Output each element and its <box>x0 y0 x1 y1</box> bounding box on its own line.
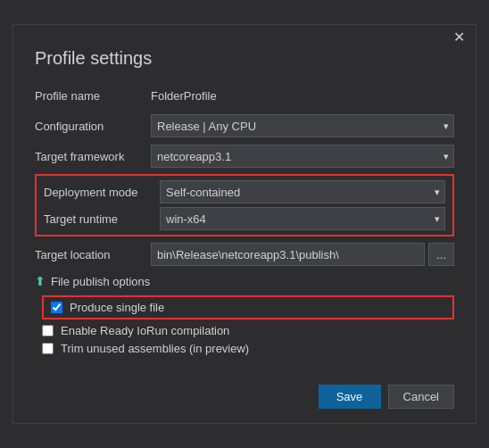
target-framework-row: Target framework netcoreapp3.1 <box>35 144 454 169</box>
save-button[interactable]: Save <box>319 385 381 409</box>
target-runtime-select[interactable]: win-x64 <box>160 207 445 230</box>
close-button[interactable]: ✕ <box>450 30 468 45</box>
enable-ready-label: Enable Ready IoRun compilation <box>61 324 229 337</box>
configuration-row: Configuration Release | Any CPU <box>35 113 454 138</box>
target-runtime-row: Target runtime win-x64 <box>37 206 452 231</box>
target-location-label: Target location <box>35 248 151 261</box>
trim-assemblies-label: Trim unused assemblies (in preview) <box>61 342 249 355</box>
trim-assemblies-checkbox[interactable] <box>42 343 54 354</box>
target-runtime-select-wrapper: win-x64 <box>160 207 445 230</box>
configuration-select-wrapper: Release | Any CPU <box>151 114 454 137</box>
expand-icon: ⬆ <box>35 274 46 288</box>
file-publish-options: Produce single file Enable Ready IoRun c… <box>42 295 454 355</box>
target-framework-label: Target framework <box>35 150 151 163</box>
produce-single-file-label: Produce single file <box>70 301 164 314</box>
file-publish-section-title: File publish options <box>51 275 150 288</box>
target-location-row: Target location ... <box>35 242 454 267</box>
cancel-button[interactable]: Cancel <box>388 385 454 409</box>
deployment-section: Deployment mode Self-contained Target ru… <box>35 174 454 236</box>
dialog-title: Profile settings <box>13 45 476 83</box>
trim-assemblies-row: Trim unused assemblies (in preview) <box>42 342 454 355</box>
enable-ready-row: Enable Ready IoRun compilation <box>42 324 454 337</box>
button-bar: Save Cancel <box>13 374 476 423</box>
title-bar: ✕ <box>13 25 476 45</box>
deployment-mode-label: Deployment mode <box>44 186 160 199</box>
profile-name-value: FolderProfile <box>151 89 217 103</box>
browse-button[interactable]: ... <box>428 243 454 266</box>
target-framework-select-wrapper: netcoreapp3.1 <box>151 145 454 168</box>
target-framework-select[interactable]: netcoreapp3.1 <box>151 145 454 168</box>
produce-single-file-checkbox[interactable] <box>51 302 62 313</box>
configuration-select[interactable]: Release | Any CPU <box>151 114 454 137</box>
configuration-label: Configuration <box>35 120 151 133</box>
profile-settings-dialog: ✕ Profile settings Profile name FolderPr… <box>12 24 477 424</box>
target-runtime-label: Target runtime <box>44 212 160 226</box>
target-location-input[interactable] <box>151 243 425 266</box>
profile-name-row: Profile name FolderProfile <box>35 83 454 108</box>
produce-single-file-row: Produce single file <box>42 295 454 319</box>
deployment-mode-select-wrapper: Self-contained <box>160 180 445 203</box>
deployment-mode-row: Deployment mode Self-contained <box>37 179 452 204</box>
form-content: Profile name FolderProfile Configuration… <box>13 83 476 374</box>
file-publish-section-header[interactable]: ⬆ File publish options <box>35 274 454 288</box>
profile-name-label: Profile name <box>35 89 151 103</box>
enable-ready-checkbox[interactable] <box>42 325 54 336</box>
deployment-mode-select[interactable]: Self-contained <box>160 180 445 203</box>
